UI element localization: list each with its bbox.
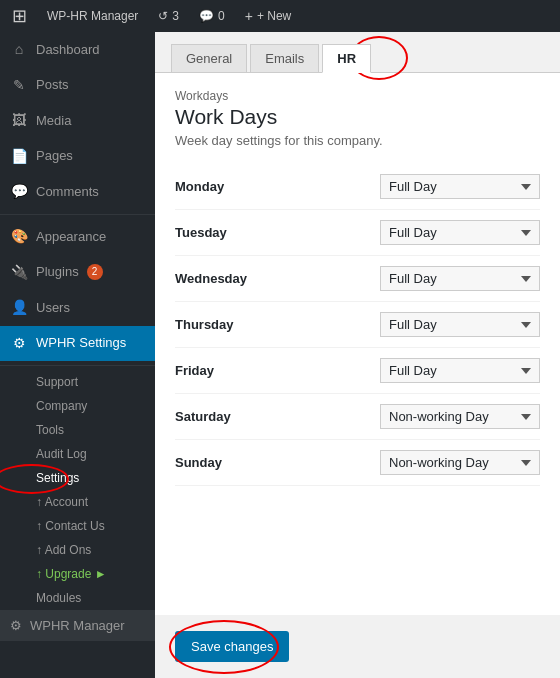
sidebar-label-comments: Comments <box>36 183 99 201</box>
site-name-text: WP-HR Manager <box>47 9 138 23</box>
content-footer: Save changes <box>155 615 560 678</box>
workday-select[interactable]: Full DayHalf DayNon-working Day <box>380 220 540 245</box>
sidebar-label-account: ↑ Account <box>36 495 88 509</box>
posts-icon: ✎ <box>10 76 28 96</box>
workday-select[interactable]: Full DayHalf DayNon-working Day <box>380 358 540 383</box>
workday-select[interactable]: Full DayHalf DayNon-working Day <box>380 312 540 337</box>
wphr-bottom: ⚙ WPHR Manager <box>0 610 155 641</box>
workday-label: Saturday <box>175 409 335 424</box>
wphr-bottom-label: WPHR Manager <box>30 618 125 633</box>
sidebar-item-modules[interactable]: Modules <box>0 586 155 610</box>
sidebar-item-tools[interactable]: Tools <box>0 418 155 442</box>
sidebar-label-users: Users <box>36 299 70 317</box>
wphr-bottom-icon: ⚙ <box>10 618 22 633</box>
workday-label: Monday <box>175 179 335 194</box>
sidebar-label-pages: Pages <box>36 147 73 165</box>
workday-row: TuesdayFull DayHalf DayNon-working Day <box>175 210 540 256</box>
sidebar: ⌂ Dashboard ✎ Posts 🖼 Media 📄 Pages 💬 Co… <box>0 32 155 678</box>
workday-label: Thursday <box>175 317 335 332</box>
comments-count[interactable]: 💬 0 <box>195 9 229 23</box>
sidebar-label-support: Support <box>36 375 78 389</box>
plugins-icon: 🔌 <box>10 263 28 283</box>
sidebar-item-add-ons[interactable]: ↑ Add Ons <box>0 538 155 562</box>
sidebar-item-support[interactable]: Support <box>0 370 155 394</box>
sidebar-label-audit-log: Audit Log <box>36 447 87 461</box>
comment-icon: 💬 <box>199 9 214 23</box>
section-desc: Week day settings for this company. <box>175 133 540 148</box>
sidebar-item-account[interactable]: ↑ Account <box>0 490 155 514</box>
sidebar-label-settings: Settings <box>36 471 79 485</box>
sidebar-label-wphr-settings: WPHR Settings <box>36 334 126 352</box>
sidebar-item-comments[interactable]: 💬 Comments <box>0 174 155 210</box>
plugins-badge: 2 <box>87 264 103 280</box>
workday-row: ThursdayFull DayHalf DayNon-working Day <box>175 302 540 348</box>
sidebar-item-users[interactable]: 👤 Users <box>0 290 155 326</box>
workday-select[interactable]: Full DayHalf DayNon-working Day <box>380 174 540 199</box>
workday-label: Sunday <box>175 455 335 470</box>
sidebar-item-wphr-settings[interactable]: ⚙ WPHR Settings <box>0 326 155 362</box>
tab-hr[interactable]: HR <box>322 44 371 73</box>
sidebar-item-appearance[interactable]: 🎨 Appearance <box>0 219 155 255</box>
workday-row: SundayFull DayHalf DayNon-working Day <box>175 440 540 486</box>
wphr-settings-icon: ⚙ <box>10 334 28 354</box>
sidebar-item-dashboard[interactable]: ⌂ Dashboard <box>0 32 155 68</box>
tab-general-label: General <box>186 51 232 66</box>
section-title-small: Workdays <box>175 89 540 103</box>
tab-general[interactable]: General <box>171 44 247 72</box>
media-icon: 🖼 <box>10 111 28 131</box>
workday-rows: MondayFull DayHalf DayNon-working DayTue… <box>175 164 540 486</box>
main-layout: ⌂ Dashboard ✎ Posts 🖼 Media 📄 Pages 💬 Co… <box>0 32 560 678</box>
wp-logo-icon: ⊞ <box>12 5 27 27</box>
save-changes-button[interactable]: Save changes <box>175 631 289 662</box>
workday-select[interactable]: Full DayHalf DayNon-working Day <box>380 266 540 291</box>
workday-label: Wednesday <box>175 271 335 286</box>
tab-emails[interactable]: Emails <box>250 44 319 72</box>
sidebar-label-tools: Tools <box>36 423 64 437</box>
comments-icon: 💬 <box>10 182 28 202</box>
workday-select[interactable]: Full DayHalf DayNon-working Day <box>380 450 540 475</box>
sidebar-label-posts: Posts <box>36 76 69 94</box>
sidebar-label-upgrade: ↑ Upgrade ► <box>36 567 107 581</box>
sidebar-item-settings[interactable]: Settings <box>0 466 155 490</box>
sidebar-label-modules: Modules <box>36 591 81 605</box>
settings-content: Workdays Work Days Week day settings for… <box>155 73 560 615</box>
tab-hr-label: HR <box>337 51 356 66</box>
sidebar-label-appearance: Appearance <box>36 228 106 246</box>
sidebar-label-dashboard: Dashboard <box>36 41 100 59</box>
admin-bar: ⊞ WP-HR Manager ↺ 3 💬 0 + + New <box>0 0 560 32</box>
pages-icon: 📄 <box>10 147 28 167</box>
content-area: General Emails HR Workdays Work Days Wee… <box>155 32 560 678</box>
section-title-large: Work Days <box>175 105 540 129</box>
workday-select[interactable]: Full DayHalf DayNon-working Day <box>380 404 540 429</box>
appearance-icon: 🎨 <box>10 227 28 247</box>
tabs-row: General Emails HR <box>155 32 560 73</box>
sidebar-item-posts[interactable]: ✎ Posts <box>0 68 155 104</box>
users-icon: 👤 <box>10 298 28 318</box>
sidebar-item-media[interactable]: 🖼 Media <box>0 103 155 139</box>
site-name[interactable]: WP-HR Manager <box>43 9 142 23</box>
sidebar-label-company: Company <box>36 399 87 413</box>
sidebar-divider-2 <box>0 365 155 366</box>
sidebar-item-plugins[interactable]: 🔌 Plugins 2 <box>0 255 155 291</box>
sidebar-item-audit-log[interactable]: Audit Log <box>0 442 155 466</box>
sidebar-item-company[interactable]: Company <box>0 394 155 418</box>
plus-icon: + <box>245 8 253 24</box>
wp-logo[interactable]: ⊞ <box>8 5 31 27</box>
sidebar-item-contact-us[interactable]: ↑ Contact Us <box>0 514 155 538</box>
workday-row: SaturdayFull DayHalf DayNon-working Day <box>175 394 540 440</box>
workday-row: WednesdayFull DayHalf DayNon-working Day <box>175 256 540 302</box>
dashboard-icon: ⌂ <box>10 40 28 60</box>
updates-count[interactable]: ↺ 3 <box>154 9 183 23</box>
sidebar-label-plugins: Plugins <box>36 263 79 281</box>
sidebar-label-add-ons: ↑ Add Ons <box>36 543 91 557</box>
workday-row: FridayFull DayHalf DayNon-working Day <box>175 348 540 394</box>
sidebar-item-pages[interactable]: 📄 Pages <box>0 139 155 175</box>
workday-label: Friday <box>175 363 335 378</box>
tab-emails-label: Emails <box>265 51 304 66</box>
refresh-icon: ↺ <box>158 9 168 23</box>
workday-label: Tuesday <box>175 225 335 240</box>
new-button[interactable]: + + New <box>241 8 296 24</box>
sidebar-label-contact-us: ↑ Contact Us <box>36 519 105 533</box>
workday-row: MondayFull DayHalf DayNon-working Day <box>175 164 540 210</box>
sidebar-item-upgrade[interactable]: ↑ Upgrade ► <box>0 562 155 586</box>
